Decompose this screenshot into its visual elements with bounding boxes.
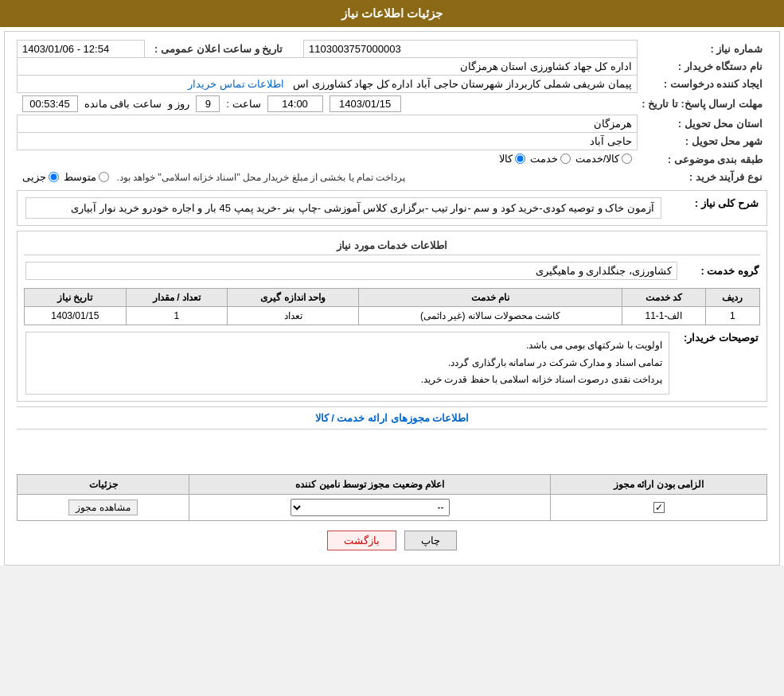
permit-table-body: ✓ -- مشاهده مجوز bbox=[18, 494, 767, 520]
ejad-konande-cell: پیمان شریفی شملی کاربرداز شهرستان حاجی آ… bbox=[18, 76, 638, 93]
radio-jozvi-input[interactable] bbox=[49, 172, 59, 182]
tabaqeh-bandi-label: طبقه بندی موضوعی : bbox=[637, 150, 767, 169]
baghimande-value: 00:53:45 bbox=[22, 95, 78, 112]
sharh-koli-row: شرح کلی نیاز : آزمون خاک و توصیه کودی-خر… bbox=[25, 197, 759, 219]
permit-details-cell: مشاهده مجوز bbox=[18, 494, 189, 520]
page-wrapper: جزئیات اطلاعات نیاز شماره نیاز : 1103003… bbox=[0, 0, 784, 566]
permit-table-head: الزامی بودن ارائه مجوز اعلام وضعیت مجوز … bbox=[18, 474, 767, 494]
shahr-tahvil-row: شهر محل تحویل : حاجی آباد bbox=[18, 133, 768, 150]
nam-dastgah-label: نام دستگاه خریدار : bbox=[637, 58, 767, 76]
sharh-koli-label: شرح کلی نیاز : bbox=[663, 197, 759, 219]
cell-vahed: تعداد bbox=[228, 307, 359, 325]
service-data-table: ردیف کد خدمت نام خدمت واحد اندازه گیری ت… bbox=[24, 288, 760, 325]
radio-jozvi-label: جزیی bbox=[22, 171, 46, 183]
main-content: شماره نیاز : 1103003757000003 تاریخ و سا… bbox=[4, 31, 780, 566]
baghimande-label: ساعت باقی مانده bbox=[84, 98, 162, 110]
radio-kala[interactable]: کالا bbox=[499, 153, 525, 165]
ostan-tahvil-label: استان محل تحویل : bbox=[637, 115, 767, 133]
radio-motavasset-label: متوسط bbox=[64, 171, 96, 183]
cell-tedad: 1 bbox=[126, 307, 228, 325]
button-row: چاپ بازگشت bbox=[17, 521, 767, 557]
grohe-khedmat-table: گروه خدمت : کشاورزی، جنگلداری و ماهیگیری bbox=[24, 260, 760, 282]
service-table-body: 1 الف-1-11 کاشت محصولات سالانه (غیر دائم… bbox=[25, 307, 760, 325]
permit-checkbox-cell: ✓ bbox=[551, 494, 767, 520]
noe-farayand-label: نوع فرآیند خرید : bbox=[637, 169, 767, 185]
shomare-niaz-value: 1103003757000003 bbox=[304, 41, 638, 58]
tarikh-ersal-row: مهلت ارسال پاسخ: تا تاریخ : 00:53:45 ساع… bbox=[18, 93, 768, 115]
nam-dastgah-row: نام دستگاه خریدار : اداره کل جهاد کشاورز… bbox=[18, 58, 768, 76]
view-permit-button[interactable]: مشاهده مجوز bbox=[68, 500, 137, 515]
col-vahed: واحد اندازه گیری bbox=[228, 289, 359, 307]
tarikh-elan-label: تاریخ و ساعت اعلان عمومی : bbox=[145, 41, 288, 58]
radio-kala-khedmat-label: کالا/خدمت bbox=[575, 153, 620, 165]
ostan-tahvil-row: استان محل تحویل : هرمزگان bbox=[18, 115, 768, 133]
radio-kala-input[interactable] bbox=[515, 154, 525, 164]
service-info-title: اطلاعات خدمات مورد نیاز bbox=[24, 236, 760, 255]
ejad-konande-label: ایجاد کننده درخواست : bbox=[637, 76, 767, 93]
radio-jozvi[interactable]: جزیی bbox=[22, 171, 59, 183]
tarikh-ersal-label: مهلت ارسال پاسخ: تا تاریخ : bbox=[637, 93, 767, 115]
radio-khedmat[interactable]: خدمت bbox=[530, 153, 571, 165]
roz-value: 9 bbox=[196, 95, 220, 112]
tabaqeh-bandi-cell: کالا/خدمت خدمت کالا bbox=[18, 150, 638, 169]
buyer-note-line: اولویت با شرکتهای بومی می باشد. bbox=[33, 337, 662, 355]
page-title: جزئیات اطلاعات نیاز bbox=[341, 6, 443, 20]
shomare-niaz-row: شماره نیاز : 1103003757000003 تاریخ و سا… bbox=[18, 41, 768, 58]
permit-select[interactable]: -- bbox=[291, 499, 450, 516]
buyer-notes-row: توصیحات خریدار: اولویت با شرکتهای بومی م… bbox=[25, 332, 759, 395]
buyer-notes-label: توصیحات خریدار: bbox=[671, 332, 759, 395]
tarikh-ersal-cell: 00:53:45 ساعت باقی مانده روز و 9 ساعت : … bbox=[18, 93, 638, 115]
grohe-khedmat-value: کشاورزی، جنگلداری و ماهیگیری bbox=[25, 262, 677, 280]
permit-data-row: ✓ -- مشاهده مجوز bbox=[18, 494, 767, 520]
buyer-notes-cell: اولویت با شرکتهای بومی می باشد.تمامی اسن… bbox=[25, 332, 669, 395]
saat-label: ساعت : bbox=[226, 98, 260, 110]
info-table: شماره نیاز : 1103003757000003 تاریخ و سا… bbox=[17, 40, 767, 185]
contact-link[interactable]: اطلاعات تماس خریدار bbox=[188, 78, 284, 90]
shomare-niaz-label: شماره نیاز : bbox=[637, 41, 767, 58]
spacer bbox=[17, 434, 767, 474]
ejad-konande-row: ایجاد کننده درخواست : پیمان شریفی شملی ک… bbox=[18, 76, 768, 93]
col-nam: نام خدمت bbox=[359, 289, 622, 307]
cell-kod: الف-1-11 bbox=[622, 307, 706, 325]
print-button[interactable]: چاپ bbox=[404, 531, 457, 550]
nam-dastgah-value: اداره کل جهاد کشاورزی استان هرمزگان bbox=[18, 58, 638, 76]
col-tedad: تعداد / مقدار bbox=[126, 289, 228, 307]
permit-col-joziyat: جزئیات bbox=[18, 474, 189, 494]
permit-table: الزامی بودن ارائه مجوز اعلام وضعیت مجوز … bbox=[17, 474, 767, 521]
buyer-notes-table: توصیحات خریدار: اولویت با شرکتهای بومی م… bbox=[24, 330, 760, 396]
radio-motavasset[interactable]: متوسط bbox=[64, 171, 109, 183]
cell-radif: 1 bbox=[705, 307, 759, 325]
service-info-section: اطلاعات خدمات مورد نیاز گروه خدمت : کشاو… bbox=[17, 231, 767, 402]
radio-kala-label: کالا bbox=[499, 153, 513, 165]
farayand-notice: پرداخت تمام یا بخشی از مبلغ خریدار محل "… bbox=[117, 172, 406, 183]
permit-checkbox[interactable]: ✓ bbox=[653, 502, 665, 513]
radio-khedmat-label: خدمت bbox=[530, 153, 558, 165]
service-table-header-row: ردیف کد خدمت نام خدمت واحد اندازه گیری ت… bbox=[25, 289, 760, 307]
sharh-koli-value: آزمون خاک و توصیه کودی-خرید کود و سم -نو… bbox=[25, 197, 661, 219]
roz-label: روز و bbox=[168, 98, 190, 110]
back-button[interactable]: بازگشت bbox=[327, 531, 396, 550]
saat-value: 14:00 bbox=[267, 95, 323, 112]
col-radif: ردیف bbox=[705, 289, 759, 307]
ejad-konande-value: پیمان شریفی شملی کاربرداز شهرستان حاجی آ… bbox=[293, 78, 632, 90]
shahr-tahvil-value: حاجی آباد bbox=[18, 133, 638, 150]
service-table-head: ردیف کد خدمت نام خدمت واحد اندازه گیری ت… bbox=[25, 289, 760, 307]
radio-motavasset-input[interactable] bbox=[99, 172, 109, 182]
permit-header-row: الزامی بودن ارائه مجوز اعلام وضعیت مجوز … bbox=[18, 474, 767, 494]
radio-kala-khedmat-input[interactable] bbox=[622, 154, 632, 164]
buyer-note-line: تمامی اسناد و مدارک شرکت در سامانه بارگذ… bbox=[33, 355, 662, 372]
page-header: جزئیات اطلاعات نیاز bbox=[0, 0, 784, 27]
permit-col-alam: اعلام وضعیت مجوز توسط نامین کننده bbox=[189, 474, 551, 494]
tarikh-value: 1403/01/15 bbox=[330, 95, 401, 112]
permit-select-cell: -- bbox=[189, 494, 551, 520]
shahr-tahvil-label: شهر محل تحویل : bbox=[637, 133, 767, 150]
grohe-khedmat-label: گروه خدمت : bbox=[679, 262, 759, 280]
radio-khedmat-input[interactable] bbox=[560, 154, 571, 164]
cell-tarikh: 1403/01/15 bbox=[25, 307, 127, 325]
tarikh-elan-value: 1403/01/06 - 12:54 bbox=[18, 41, 145, 58]
noe-farayand-row: نوع فرآیند خرید : متوسط جزیی bbox=[18, 169, 768, 185]
radio-kala-khedmat[interactable]: کالا/خدمت bbox=[575, 153, 633, 165]
ostan-tahvil-value: هرمزگان bbox=[18, 115, 638, 133]
noe-farayand-cell: متوسط جزیی پرداخت تمام یا بخشی از مبلغ خ… bbox=[18, 169, 638, 185]
permit-col-elzami: الزامی بودن ارائه مجوز bbox=[551, 474, 767, 494]
